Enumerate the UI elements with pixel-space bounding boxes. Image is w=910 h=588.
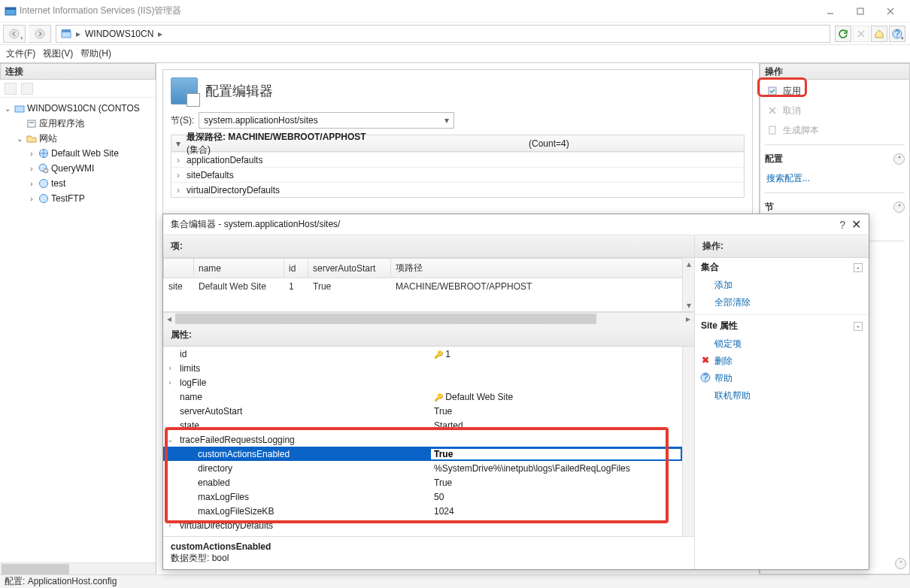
apppool-icon <box>26 117 38 129</box>
crumb-sep-icon: ▸ <box>76 29 80 39</box>
col-autostart[interactable]: serverAutoStart <box>308 259 391 278</box>
props-v-scrollbar[interactable] <box>682 347 694 536</box>
key-icon: 🔑 <box>434 350 443 359</box>
action-delete[interactable]: ✖删除 <box>695 353 869 370</box>
globe-gear-icon <box>38 162 50 174</box>
window-title: Internet Information Services (IIS)管理器 <box>17 5 815 17</box>
stop-button[interactable] <box>853 26 869 42</box>
tree-root[interactable]: WINDOWS10CN (CONTOS <box>27 103 140 114</box>
minimize-button[interactable] <box>815 4 845 19</box>
items-h-scrollbar[interactable]: ◂▸ <box>163 312 694 324</box>
home-button[interactable] <box>871 26 887 42</box>
refresh-button[interactable] <box>835 26 851 42</box>
dialog-help-button[interactable]: ? <box>839 219 845 231</box>
svg-text:?: ? <box>895 29 900 39</box>
connections-tree[interactable]: ⌄WINDOWS10CN (CONTOS 应用程序池 ⌄网站 ›Default … <box>0 98 156 574</box>
breadcrumb-host[interactable]: WINDOWS10CN <box>85 29 153 39</box>
grid-row[interactable]: applicationDefaults <box>185 155 411 165</box>
connections-header: 连接 <box>0 63 156 80</box>
prop-row-selected[interactable]: customActionsEnabledTrue <box>163 447 694 461</box>
col-name[interactable]: name <box>194 259 284 278</box>
cancel-icon <box>766 105 778 117</box>
crumb-sep-icon: ▸ <box>158 29 162 39</box>
dialog-titlebar[interactable]: 集合编辑器 - system.applicationHost/sites/ ? … <box>163 214 869 235</box>
svg-rect-16 <box>29 122 34 123</box>
section-label: 节(S): <box>171 114 194 127</box>
tree-site[interactable]: TestFTP <box>51 193 85 204</box>
svg-point-7 <box>35 29 44 38</box>
collapse-icon[interactable]: ˄ <box>893 202 905 213</box>
navigation-bar: ▾ ▸ WINDOWS10CN ▸ ?▾ <box>0 23 910 45</box>
server-icon <box>61 29 71 39</box>
maximize-button[interactable] <box>845 4 875 19</box>
actions-header: 操作 <box>760 63 910 80</box>
menu-help[interactable]: 帮助(H) <box>80 47 111 60</box>
items-table[interactable]: name id serverAutoStart 项路径 site Default… <box>163 258 694 295</box>
action-clear-all[interactable]: 全部清除 <box>695 294 869 311</box>
grid-header-left: 最深路径: MACHINE/WEBROOT/APPHOST <box>187 131 526 144</box>
grid-row[interactable]: siteDefaults <box>185 170 411 180</box>
properties-grid[interactable]: id🔑 1 ›limits ›logFile name🔑 Default Web… <box>163 347 694 536</box>
toolbar-button-1[interactable] <box>5 83 17 95</box>
dialog-actions-pane: 操作: 集合- 添加 全部清除 Site 属性- 锁定项 ✖删除 ?帮助 联机帮… <box>694 235 869 569</box>
svg-point-19 <box>44 168 48 173</box>
forward-button[interactable] <box>29 25 51 43</box>
action-gen-script[interactable]: 生成脚本 <box>765 122 905 138</box>
window-titlebar: Internet Information Services (IIS)管理器 <box>0 0 910 23</box>
breadcrumb-bar[interactable]: ▸ WINDOWS10CN ▸ <box>56 25 830 43</box>
menu-view[interactable]: 视图(V) <box>43 47 73 60</box>
globe-icon <box>38 192 50 205</box>
collapse-icon[interactable]: ˄ <box>893 153 905 165</box>
col-id[interactable]: id <box>284 259 308 278</box>
action-lock-item[interactable]: 锁定项 <box>695 335 869 353</box>
status-text: 配置: ApplicationHost.config <box>5 575 117 588</box>
connections-toolbar <box>0 80 156 98</box>
footer-prop-name: customActionsEnabled <box>171 541 687 552</box>
globe-icon <box>38 147 50 159</box>
collapse-box-icon[interactable]: - <box>854 263 863 272</box>
svg-rect-15 <box>28 120 35 127</box>
key-icon: 🔑 <box>434 393 443 402</box>
back-button[interactable]: ▾ <box>3 25 26 43</box>
col-path[interactable]: 项路径 <box>391 259 694 278</box>
svg-rect-3 <box>857 8 863 14</box>
toolbar-button-2[interactable] <box>21 83 33 95</box>
collapse-box-icon[interactable]: - <box>854 322 863 331</box>
items-row[interactable]: site Default Web Site 1 True MACHINE/WEB… <box>164 278 694 296</box>
dialog-title: 集合编辑器 - system.applicationHost/sites/ <box>171 218 340 231</box>
section-value: system.applicationHost/sites <box>204 115 317 126</box>
collapse-icon[interactable]: ˄ <box>895 558 906 569</box>
svg-rect-8 <box>62 32 71 38</box>
items-header: 项: <box>163 235 694 258</box>
tree-apppools[interactable]: 应用程序池 <box>39 117 84 130</box>
section-combobox[interactable]: system.applicationHost/sites ▾ <box>199 112 454 129</box>
help-button[interactable]: ?▾ <box>889 26 905 42</box>
action-add[interactable]: 添加 <box>695 277 869 294</box>
tree-sites[interactable]: 网站 <box>39 132 57 145</box>
col-blank[interactable] <box>164 259 194 278</box>
svg-point-6 <box>10 29 19 38</box>
svg-rect-14 <box>15 106 24 112</box>
actions-config-header: 配置 <box>765 153 783 165</box>
action-help[interactable]: ?帮助 <box>695 370 869 387</box>
dialog-close-button[interactable]: ✕ <box>851 217 861 232</box>
close-button[interactable] <box>875 4 905 19</box>
grid-row[interactable]: virtualDirectoryDefaults <box>185 185 411 195</box>
group-site-props: Site 属性 <box>701 320 738 332</box>
delete-icon: ✖ <box>699 354 711 366</box>
action-apply[interactable]: 应用 <box>765 83 905 99</box>
tree-site[interactable]: QueryWMI <box>51 163 94 174</box>
items-v-scrollbar[interactable]: ▴▾ <box>682 258 694 311</box>
menu-file[interactable]: 文件(F) <box>6 47 35 60</box>
group-collection: 集合 <box>701 261 719 274</box>
action-online-help[interactable]: 联机帮助 <box>695 387 869 405</box>
chevron-down-icon: ▾ <box>444 115 449 126</box>
tree-h-scrollbar[interactable] <box>0 562 156 574</box>
action-search-config[interactable]: 搜索配置... <box>765 170 905 186</box>
menu-bar: 文件(F) 视图(V) 帮助(H) <box>0 45 910 63</box>
tree-site[interactable]: test <box>51 178 65 189</box>
tree-site[interactable]: Default Web Site <box>51 148 119 159</box>
action-cancel[interactable]: 取消 <box>765 102 905 119</box>
config-grid[interactable]: ▾最深路径: MACHINE/WEBROOT/APPHOST(集合)(Count… <box>171 135 745 198</box>
script-icon <box>766 124 778 136</box>
